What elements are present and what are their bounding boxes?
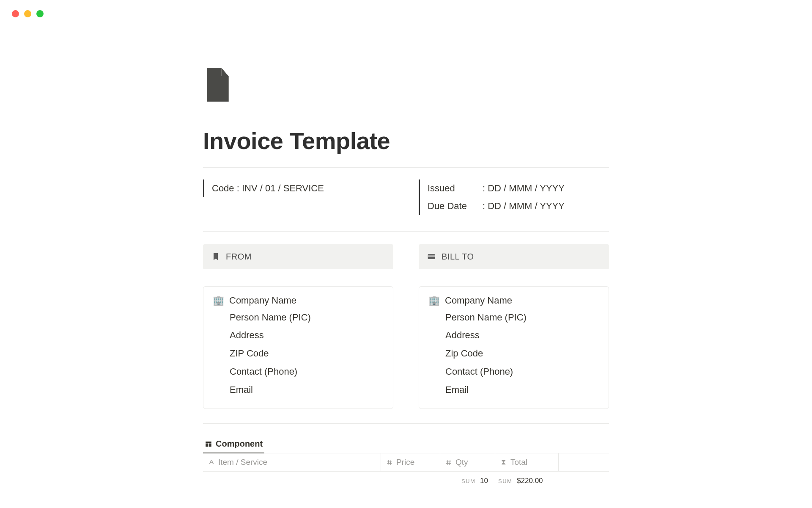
sum-spacer [203, 477, 440, 485]
table-icon [205, 440, 212, 448]
svg-rect-3 [428, 256, 435, 257]
divider [203, 231, 609, 232]
quote-block-code[interactable]: Code : INV / 01 / SERVICE [203, 179, 393, 197]
maximize-window-button[interactable] [36, 10, 44, 17]
page-icon[interactable] [203, 68, 233, 102]
column-header-qty-label: Qty [455, 458, 468, 467]
from-card[interactable]: 🏢 Company Name Person Name (PIC) Address… [203, 286, 393, 409]
divider [203, 167, 609, 168]
formula-property-icon [500, 459, 507, 466]
minimize-window-button[interactable] [24, 10, 31, 17]
invoice-code: Code : INV / 01 / SERVICE [212, 179, 324, 197]
billto-contact: Contact (Phone) [428, 363, 599, 381]
due-date-value: : DD / MMM / YYYY [483, 197, 565, 215]
database-tab-component[interactable]: Component [203, 436, 264, 453]
from-zip: ZIP Code [213, 345, 384, 363]
billto-company: Company Name [445, 295, 512, 306]
column-header-empty [558, 453, 609, 471]
from-contact: Contact (Phone) [213, 363, 384, 381]
quote-block-dates[interactable]: Issued : DD / MMM / YYYY Due Date : DD /… [419, 179, 609, 215]
from-person: Person Name (PIC) [213, 309, 384, 327]
column-header-price-label: Price [396, 458, 414, 467]
sum-end-spacer [558, 477, 609, 485]
from-heading: FROM [226, 252, 252, 262]
column-header-total-label: Total [510, 458, 527, 467]
billto-zip: Zip Code [428, 345, 599, 363]
close-window-button[interactable] [12, 10, 19, 17]
table-sum-row: SUM 10 SUM $220.00 [203, 472, 609, 485]
column-header-price[interactable]: Price [381, 453, 440, 471]
number-property-icon [445, 459, 452, 466]
from-email: Email [213, 381, 384, 399]
number-property-icon [386, 459, 393, 466]
document-icon [203, 68, 233, 102]
billto-person: Person Name (PIC) [428, 309, 599, 327]
title-property-icon [208, 459, 215, 466]
bookmark-icon [211, 252, 220, 261]
sum-total-cell[interactable]: SUM $220.00 [495, 477, 558, 485]
from-address: Address [213, 326, 384, 345]
sum-label: SUM [461, 478, 475, 484]
billto-heading: BILL TO [442, 252, 474, 262]
window-controls [12, 10, 44, 17]
page-title[interactable]: Invoice Template [203, 127, 609, 155]
column-header-qty[interactable]: Qty [440, 453, 495, 471]
sum-qty-value: 10 [480, 477, 488, 485]
credit-card-icon [427, 252, 436, 261]
sum-total-value: $220.00 [517, 477, 543, 485]
office-building-icon: 🏢 [428, 295, 440, 306]
office-building-icon: 🏢 [213, 295, 224, 306]
document-page: Invoice Template Code : INV / 01 / SERVI… [203, 0, 609, 485]
meta-code-col: Code : INV / 01 / SERVICE [203, 179, 393, 215]
sum-label: SUM [498, 478, 512, 484]
database-tab-label: Component [216, 439, 263, 449]
app-window: Invoice Template Code : INV / 01 / SERVI… [0, 0, 812, 508]
invoice-meta: Code : INV / 01 / SERVICE Issued : DD / … [203, 179, 609, 215]
billto-card[interactable]: 🏢 Company Name Person Name (PIC) Address… [419, 286, 609, 409]
billto-heading-callout[interactable]: BILL TO [419, 244, 609, 269]
meta-dates-col: Issued : DD / MMM / YYYY Due Date : DD /… [419, 179, 609, 215]
from-heading-callout[interactable]: FROM [203, 244, 393, 269]
line-items-database: Component Item / Service Price Qty [203, 436, 609, 485]
column-header-total[interactable]: Total [495, 453, 558, 471]
database-tabs: Component [203, 436, 609, 453]
from-column: FROM 🏢 Company Name Person Name (PIC) Ad… [203, 244, 393, 409]
issued-value: : DD / MMM / YYYY [483, 179, 565, 197]
billto-email: Email [428, 381, 599, 399]
column-header-item-label: Item / Service [218, 458, 267, 467]
parties-row: FROM 🏢 Company Name Person Name (PIC) Ad… [203, 244, 609, 409]
table-header-row: Item / Service Price Qty Total [203, 453, 609, 472]
from-company: Company Name [229, 295, 296, 306]
issued-label: Issued [428, 179, 483, 197]
billto-address: Address [428, 326, 599, 345]
divider [203, 423, 609, 424]
column-header-item[interactable]: Item / Service [203, 453, 381, 471]
due-date-label: Due Date [428, 197, 483, 215]
billto-column: BILL TO 🏢 Company Name Person Name (PIC)… [419, 244, 609, 409]
sum-qty-cell[interactable]: SUM 10 [440, 477, 495, 485]
